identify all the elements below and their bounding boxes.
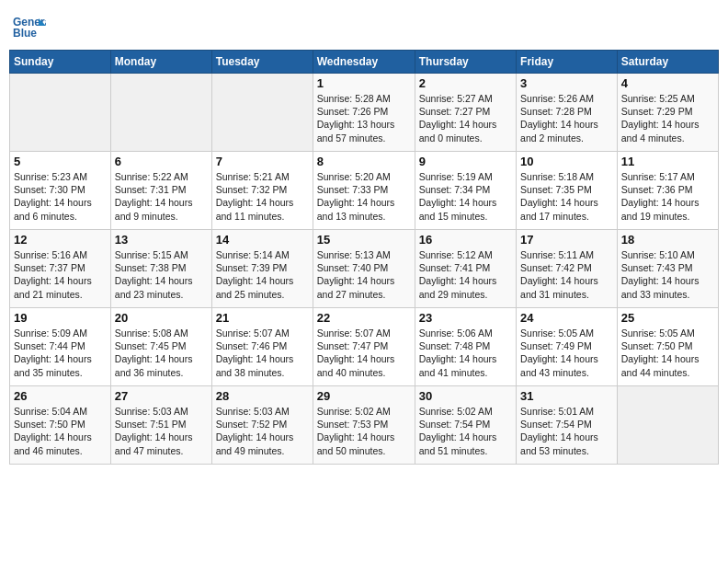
calendar-cell: 2Sunrise: 5:27 AM Sunset: 7:27 PM Daylig… (415, 74, 516, 152)
day-info: Sunrise: 5:27 AM Sunset: 7:27 PM Dayligh… (419, 92, 512, 144)
calendar-cell: 22Sunrise: 5:07 AM Sunset: 7:47 PM Dayli… (313, 308, 415, 386)
weekday-header-monday: Monday (110, 51, 211, 74)
calendar-cell: 31Sunrise: 5:01 AM Sunset: 7:54 PM Dayli… (517, 386, 618, 465)
day-number: 23 (419, 311, 512, 325)
day-number: 27 (115, 389, 208, 403)
svg-text:Blue: Blue (13, 27, 37, 40)
day-info: Sunrise: 5:13 AM Sunset: 7:40 PM Dayligh… (317, 248, 411, 301)
calendar-cell: 10Sunrise: 5:18 AM Sunset: 7:35 PM Dayli… (517, 152, 618, 230)
day-info: Sunrise: 5:09 AM Sunset: 7:44 PM Dayligh… (14, 327, 107, 379)
calendar-cell: 5Sunrise: 5:23 AM Sunset: 7:30 PM Daylig… (10, 152, 111, 230)
day-number: 2 (419, 76, 512, 90)
day-number: 5 (14, 155, 107, 168)
calendar-cell: 16Sunrise: 5:12 AM Sunset: 7:41 PM Dayli… (415, 230, 516, 308)
day-info: Sunrise: 5:15 AM Sunset: 7:38 PM Dayligh… (115, 248, 208, 301)
day-number: 24 (520, 311, 613, 325)
day-info: Sunrise: 5:07 AM Sunset: 7:47 PM Dayligh… (317, 327, 411, 379)
calendar-cell: 9Sunrise: 5:19 AM Sunset: 7:34 PM Daylig… (415, 152, 516, 230)
day-number: 1 (317, 76, 411, 90)
day-number: 14 (216, 233, 309, 247)
day-number: 30 (419, 389, 512, 403)
weekday-header-sunday: Sunday (10, 51, 111, 74)
day-info: Sunrise: 5:02 AM Sunset: 7:54 PM Dayligh… (419, 405, 512, 457)
weekday-header-thursday: Thursday (415, 51, 516, 74)
calendar-cell: 1Sunrise: 5:28 AM Sunset: 7:26 PM Daylig… (313, 74, 415, 152)
logo-icon: General Blue (13, 9, 46, 42)
day-number: 18 (621, 233, 714, 247)
calendar-cell: 23Sunrise: 5:06 AM Sunset: 7:48 PM Dayli… (415, 308, 516, 386)
day-number: 7 (216, 155, 309, 168)
day-info: Sunrise: 5:17 AM Sunset: 7:36 PM Dayligh… (621, 170, 714, 223)
week-row-2: 5Sunrise: 5:23 AM Sunset: 7:30 PM Daylig… (10, 152, 719, 230)
day-number: 9 (419, 155, 512, 168)
day-number: 26 (14, 389, 107, 403)
day-number: 10 (520, 155, 613, 168)
day-info: Sunrise: 5:07 AM Sunset: 7:46 PM Dayligh… (216, 327, 309, 379)
day-number: 20 (115, 311, 208, 325)
calendar-cell: 4Sunrise: 5:25 AM Sunset: 7:29 PM Daylig… (617, 74, 718, 152)
calendar-cell: 20Sunrise: 5:08 AM Sunset: 7:45 PM Dayli… (110, 308, 211, 386)
calendar-cell: 30Sunrise: 5:02 AM Sunset: 7:54 PM Dayli… (415, 386, 516, 465)
day-info: Sunrise: 5:02 AM Sunset: 7:53 PM Dayligh… (317, 405, 411, 457)
day-info: Sunrise: 5:18 AM Sunset: 7:35 PM Dayligh… (520, 170, 613, 223)
week-row-3: 12Sunrise: 5:16 AM Sunset: 7:37 PM Dayli… (10, 230, 719, 308)
day-info: Sunrise: 5:03 AM Sunset: 7:52 PM Dayligh… (216, 405, 309, 457)
calendar-cell (110, 74, 211, 152)
calendar-cell (10, 74, 111, 152)
day-info: Sunrise: 5:16 AM Sunset: 7:37 PM Dayligh… (14, 248, 107, 301)
week-row-4: 19Sunrise: 5:09 AM Sunset: 7:44 PM Dayli… (10, 308, 719, 386)
calendar-cell: 28Sunrise: 5:03 AM Sunset: 7:52 PM Dayli… (211, 386, 313, 465)
calendar-table: SundayMondayTuesdayWednesdayThursdayFrid… (9, 50, 719, 465)
day-info: Sunrise: 5:01 AM Sunset: 7:54 PM Dayligh… (520, 405, 613, 457)
day-number: 25 (621, 311, 714, 325)
calendar-cell: 7Sunrise: 5:21 AM Sunset: 7:32 PM Daylig… (211, 152, 313, 230)
day-number: 15 (317, 233, 411, 247)
calendar-cell: 26Sunrise: 5:04 AM Sunset: 7:50 PM Dayli… (10, 386, 111, 465)
day-number: 13 (115, 233, 208, 247)
calendar-cell (211, 74, 313, 152)
calendar-cell: 15Sunrise: 5:13 AM Sunset: 7:40 PM Dayli… (313, 230, 415, 308)
calendar-cell: 24Sunrise: 5:05 AM Sunset: 7:49 PM Dayli… (517, 308, 618, 386)
day-number: 11 (621, 155, 714, 168)
day-info: Sunrise: 5:06 AM Sunset: 7:48 PM Dayligh… (419, 327, 512, 379)
calendar-cell: 13Sunrise: 5:15 AM Sunset: 7:38 PM Dayli… (110, 230, 211, 308)
day-number: 3 (520, 76, 613, 90)
day-number: 31 (520, 389, 613, 403)
day-info: Sunrise: 5:11 AM Sunset: 7:42 PM Dayligh… (520, 248, 613, 301)
calendar-cell: 21Sunrise: 5:07 AM Sunset: 7:46 PM Dayli… (211, 308, 313, 386)
weekday-header-friday: Friday (517, 51, 618, 74)
weekday-header-wednesday: Wednesday (313, 51, 415, 74)
day-number: 16 (419, 233, 512, 247)
day-info: Sunrise: 5:04 AM Sunset: 7:50 PM Dayligh… (14, 405, 107, 457)
day-info: Sunrise: 5:22 AM Sunset: 7:31 PM Dayligh… (115, 170, 208, 223)
day-info: Sunrise: 5:21 AM Sunset: 7:32 PM Dayligh… (216, 170, 309, 223)
calendar-cell: 18Sunrise: 5:10 AM Sunset: 7:43 PM Dayli… (617, 230, 718, 308)
day-info: Sunrise: 5:25 AM Sunset: 7:29 PM Dayligh… (621, 92, 714, 144)
logo: General Blue (13, 9, 50, 42)
weekday-header-tuesday: Tuesday (211, 51, 313, 74)
weekday-header-row: SundayMondayTuesdayWednesdayThursdayFrid… (10, 51, 719, 74)
calendar-cell: 17Sunrise: 5:11 AM Sunset: 7:42 PM Dayli… (517, 230, 618, 308)
day-number: 19 (14, 311, 107, 325)
week-row-5: 26Sunrise: 5:04 AM Sunset: 7:50 PM Dayli… (10, 386, 719, 465)
day-info: Sunrise: 5:20 AM Sunset: 7:33 PM Dayligh… (317, 170, 411, 223)
day-number: 28 (216, 389, 309, 403)
day-number: 4 (621, 76, 714, 90)
day-info: Sunrise: 5:28 AM Sunset: 7:26 PM Dayligh… (317, 92, 411, 144)
calendar-cell: 19Sunrise: 5:09 AM Sunset: 7:44 PM Dayli… (10, 308, 111, 386)
calendar-cell: 6Sunrise: 5:22 AM Sunset: 7:31 PM Daylig… (110, 152, 211, 230)
calendar-cell: 27Sunrise: 5:03 AM Sunset: 7:51 PM Dayli… (110, 386, 211, 465)
calendar-cell: 11Sunrise: 5:17 AM Sunset: 7:36 PM Dayli… (617, 152, 718, 230)
day-info: Sunrise: 5:23 AM Sunset: 7:30 PM Dayligh… (14, 170, 107, 223)
day-number: 29 (317, 389, 411, 403)
day-info: Sunrise: 5:12 AM Sunset: 7:41 PM Dayligh… (419, 248, 512, 301)
calendar-cell: 3Sunrise: 5:26 AM Sunset: 7:28 PM Daylig… (517, 74, 618, 152)
day-number: 22 (317, 311, 411, 325)
day-number: 6 (115, 155, 208, 168)
day-number: 8 (317, 155, 411, 168)
day-number: 17 (520, 233, 613, 247)
calendar-cell: 8Sunrise: 5:20 AM Sunset: 7:33 PM Daylig… (313, 152, 415, 230)
day-info: Sunrise: 5:03 AM Sunset: 7:51 PM Dayligh… (115, 405, 208, 457)
calendar-cell: 29Sunrise: 5:02 AM Sunset: 7:53 PM Dayli… (313, 386, 415, 465)
week-row-1: 1Sunrise: 5:28 AM Sunset: 7:26 PM Daylig… (10, 74, 719, 152)
